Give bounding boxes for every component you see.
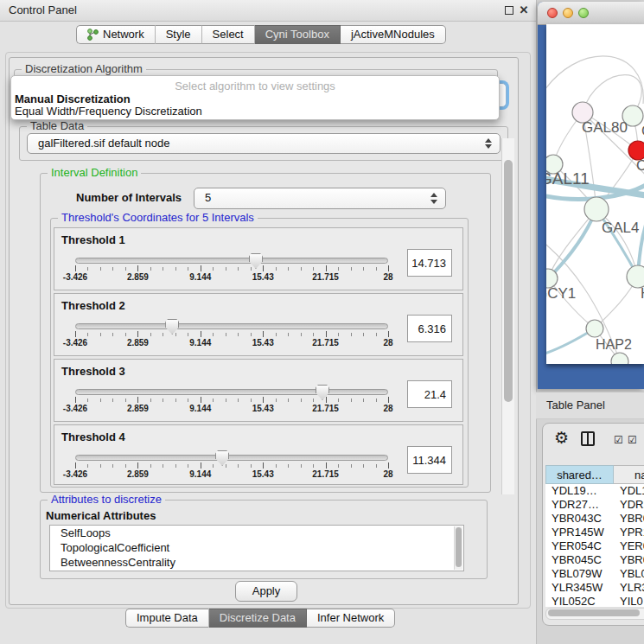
tick-label: 15.43 <box>252 404 274 413</box>
combo-stepper-icon <box>429 188 439 208</box>
threshold-2-box: Threshold 2 -3.426 2.859 9.144 15.43 21.… <box>54 293 463 356</box>
tab-impute-data[interactable]: Impute Data <box>125 609 209 628</box>
table-row[interactable]: YBR043CYBR0 <box>545 512 644 526</box>
numerical-attributes-list[interactable]: SelfLoops TopologicalCoefficient Between… <box>49 525 464 571</box>
split-columns-icon[interactable] <box>581 431 595 446</box>
table-data-combobox[interactable]: galFiltered.sif default node <box>27 133 501 154</box>
network-graph <box>546 24 644 364</box>
slider-ticks <box>75 399 388 402</box>
interval-definition-title: Interval Definition <box>48 166 141 179</box>
node-label: HAP2 <box>596 337 632 353</box>
node-label: C <box>636 157 644 175</box>
tick-label: 21.715 <box>312 469 339 479</box>
slider-track[interactable] <box>75 389 388 395</box>
gear-icon[interactable]: ⚙ <box>554 428 569 447</box>
network-tab-icon <box>87 29 99 41</box>
tab-jactivemnodules-label: jActiveMNodules <box>351 25 435 44</box>
zoom-traffic-light-icon[interactable] <box>578 8 589 18</box>
table-horizontal-scrollbar-thumb[interactable] <box>548 609 640 616</box>
apply-button[interactable]: Apply <box>235 581 297 602</box>
algorithm-option-equal-width[interactable]: Equal Width/Frequency Discretization <box>15 105 202 118</box>
slider-track[interactable] <box>75 323 388 329</box>
algorithm-option-manual[interactable]: Manual Discretization <box>15 92 131 105</box>
tick-label: 15.43 <box>252 469 274 479</box>
panel-scrollbar[interactable] <box>501 138 514 494</box>
table-row[interactable]: YLR345WYLR3 <box>545 581 644 595</box>
table-data-group: Table Data galFiltered.sif default node <box>19 126 508 161</box>
tick-label: 9.144 <box>189 404 211 413</box>
tab-discretize-data[interactable]: Discretize Data <box>209 609 307 628</box>
column-header-name[interactable]: na <box>614 465 644 484</box>
network-canvas[interactable]: GAL80 GA GAL11 C GAL4 GCY1 H HAP2 <box>546 24 644 364</box>
threshold-2-value-field[interactable]: 6.316 <box>407 315 452 342</box>
slider-track[interactable] <box>75 258 388 264</box>
tick-label: -3.426 <box>63 404 87 413</box>
checkbox-checked-icon[interactable]: ☑ <box>628 434 637 446</box>
table-header-row: shared… na <box>545 465 644 484</box>
minimize-traffic-light-icon[interactable] <box>563 8 573 18</box>
tab-cyni-toolbox[interactable]: Cyni Toolbox <box>255 25 341 44</box>
table-row[interactable]: YBL079WYBL0 <box>545 567 644 581</box>
network-window-titlebar[interactable] <box>538 2 644 25</box>
attributes-group: Attributes to discretize Numerical Attri… <box>40 500 488 579</box>
top-tab-strip: Network Style Select Cyni Toolbox jActiv… <box>76 25 446 44</box>
tick-label: 28 <box>383 404 392 413</box>
threshold-4-value-field[interactable]: 11.344 <box>407 446 452 474</box>
threshold-3-value-field[interactable]: 21.4 <box>407 380 452 408</box>
threshold-2-slider[interactable]: -3.426 2.859 9.144 15.43 21.715 28 <box>75 318 388 353</box>
close-icon[interactable]: ✕ <box>518 4 530 16</box>
column-header-shared-name[interactable]: shared… <box>545 465 614 484</box>
threshold-3-box: Threshold 3 -3.426 2.859 9.144 15.43 21.… <box>54 359 463 422</box>
node-bottom <box>611 353 628 364</box>
table-data-selected: galFiltered.sif default node <box>38 137 169 150</box>
table-row[interactable]: YDR27…YDR2 <box>545 498 644 512</box>
tick-label: 15.43 <box>252 272 274 282</box>
table-row[interactable]: YIL052CYIL0 <box>545 595 644 607</box>
node-label: GAL80 <box>582 119 628 137</box>
threshold-3-slider[interactable]: -3.426 2.859 9.144 15.43 21.715 28 <box>75 384 388 418</box>
table-row[interactable]: YER054CYER0 <box>545 539 644 553</box>
number-of-intervals-combobox[interactable]: 5 <box>194 188 446 209</box>
tab-infer-network[interactable]: Infer Network <box>307 609 395 628</box>
threshold-4-slider[interactable]: -3.426 2.859 9.144 15.43 21.715 28 <box>75 450 388 484</box>
list-item[interactable]: BetweennessCentrality <box>50 555 463 570</box>
tab-discretize-data-label: Discretize Data <box>220 609 296 628</box>
table-row[interactable]: YPR145WYPR1 <box>545 526 644 539</box>
table-data-title: Table Data <box>27 119 87 132</box>
threshold-2-label: Threshold 2 <box>61 299 125 312</box>
float-window-icon[interactable] <box>503 4 515 16</box>
threshold-1-slider[interactable]: -3.426 2.859 9.144 15.43 21.715 28 <box>75 252 388 287</box>
list-item[interactable]: TopologicalCoefficient <box>50 540 463 555</box>
tab-impute-data-label: Impute Data <box>137 609 198 628</box>
tick-label: 21.715 <box>312 272 339 282</box>
panel-scrollbar-thumb[interactable] <box>504 160 513 402</box>
tab-style[interactable]: Style <box>156 25 202 44</box>
tick-label: 28 <box>383 338 392 348</box>
slider-track[interactable] <box>75 455 388 461</box>
table-row[interactable]: YDL19…YDL1 <box>545 484 644 498</box>
tick-label: -3.426 <box>63 469 87 479</box>
tick-label: 28 <box>383 469 392 479</box>
tab-network[interactable]: Network <box>76 25 156 44</box>
threshold-1-value-field[interactable]: 14.713 <box>407 249 452 277</box>
tab-select[interactable]: Select <box>202 25 255 44</box>
threshold-4-box: Threshold 4 -3.426 2.859 9.144 15.43 21.… <box>54 424 463 485</box>
thresholds-group-title: Threshold's Coordinates for 5 Intervals <box>58 211 258 224</box>
node-hap2 <box>586 320 603 337</box>
table-panel-title: Table Panel <box>546 399 605 411</box>
numerical-attributes-label: Numerical Attributes <box>46 509 156 522</box>
node-label: H <box>641 285 644 303</box>
checkbox-checked-icon[interactable]: ☑ <box>614 434 623 446</box>
close-traffic-light-icon[interactable] <box>547 8 558 18</box>
number-of-intervals-value: 5 <box>205 191 211 204</box>
table-row[interactable]: YBR045CYBR0 <box>545 553 644 567</box>
app-root: Control Panel ✕ Network Style <box>0 0 644 644</box>
table-horizontal-scrollbar[interactable] <box>545 608 644 620</box>
control-panel-titlebar[interactable]: Control Panel ✕ <box>0 0 536 22</box>
list-item[interactable]: SelfLoops <box>50 526 463 540</box>
node-gal4 <box>584 197 609 221</box>
tick-label: 21.715 <box>312 338 339 348</box>
tab-jactivemnodules[interactable]: jActiveMNodules <box>341 25 446 44</box>
window-title: Control Panel <box>9 3 77 16</box>
list-scrollbar[interactable] <box>454 526 462 570</box>
